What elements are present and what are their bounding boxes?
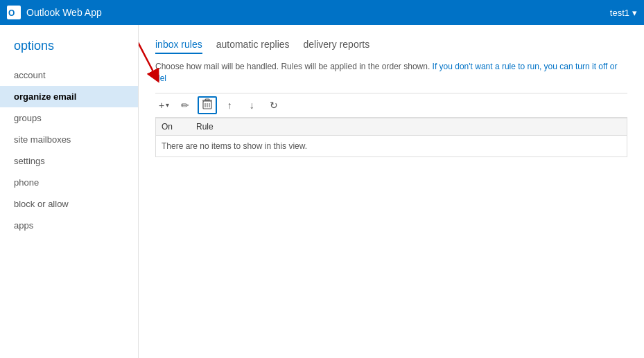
tab-automatic-replies[interactable]: automatic replies: [216, 39, 290, 54]
app-branding: O Outlook Web App: [7, 6, 102, 19]
rules-table-wrapper: On Rule There are no items to show in th…: [155, 118, 627, 157]
move-up-icon: ↑: [227, 100, 232, 111]
add-icon: +: [159, 100, 164, 111]
svg-text:O: O: [8, 8, 15, 18]
tabs-bar: inbox rules automatic replies delivery r…: [155, 39, 627, 54]
column-header-on: On: [156, 118, 191, 136]
sidebar-item-settings[interactable]: settings: [0, 150, 138, 172]
app-title: Outlook Web App: [26, 7, 102, 18]
refresh-button[interactable]: ↻: [264, 96, 284, 114]
sidebar: options account organize email groups si…: [0, 25, 139, 358]
sidebar-item-account[interactable]: account: [0, 64, 138, 86]
edit-rule-button[interactable]: ✏: [175, 96, 195, 114]
sidebar-title: options: [0, 39, 138, 64]
main-layout: options account organize email groups si…: [0, 25, 644, 358]
user-dropdown-icon[interactable]: ▾: [632, 8, 637, 18]
delete-icon: [202, 98, 212, 111]
info-text-content: Choose how mail will be handled. Rules w…: [155, 62, 433, 71]
info-text: Choose how mail will be handled. Rules w…: [155, 61, 627, 84]
username-label: test1: [610, 8, 629, 18]
sidebar-item-apps[interactable]: apps: [0, 215, 138, 236]
empty-message: There are no items to show in this view.: [156, 135, 627, 156]
move-down-button[interactable]: ↓: [242, 96, 261, 114]
user-menu[interactable]: test1 ▾: [610, 8, 637, 18]
refresh-icon: ↻: [270, 100, 278, 111]
add-rule-button[interactable]: + ▾: [155, 96, 173, 114]
table-header-row: On Rule: [156, 118, 627, 136]
svg-rect-6: [205, 99, 209, 100]
rules-table: On Rule There are no items to show in th…: [156, 118, 627, 156]
sidebar-item-block-or-allow[interactable]: block or allow: [0, 193, 138, 215]
content-area: inbox rules automatic replies delivery r…: [139, 25, 644, 358]
sidebar-item-organize-email[interactable]: organize email: [0, 86, 138, 107]
column-header-rule: Rule: [191, 118, 627, 136]
tab-inbox-rules[interactable]: inbox rules: [155, 39, 202, 54]
owa-logo-icon: O: [7, 6, 21, 19]
edit-icon: ✏: [181, 100, 189, 111]
sidebar-item-phone[interactable]: phone: [0, 172, 138, 193]
rules-toolbar: + ▾ ✏ ↑: [155, 93, 627, 118]
top-bar: O Outlook Web App test1 ▾: [0, 0, 644, 25]
move-up-button[interactable]: ↑: [220, 96, 239, 114]
sidebar-item-groups[interactable]: groups: [0, 107, 138, 129]
sidebar-item-site-mailboxes[interactable]: site mailboxes: [0, 129, 138, 150]
svg-line-3: [139, 25, 156, 77]
move-down-icon: ↓: [250, 100, 254, 111]
add-dropdown-icon[interactable]: ▾: [166, 101, 169, 109]
tab-delivery-reports[interactable]: delivery reports: [304, 39, 370, 54]
table-empty-row: There are no items to show in this view.: [156, 135, 627, 156]
delete-rule-button[interactable]: [198, 96, 217, 114]
